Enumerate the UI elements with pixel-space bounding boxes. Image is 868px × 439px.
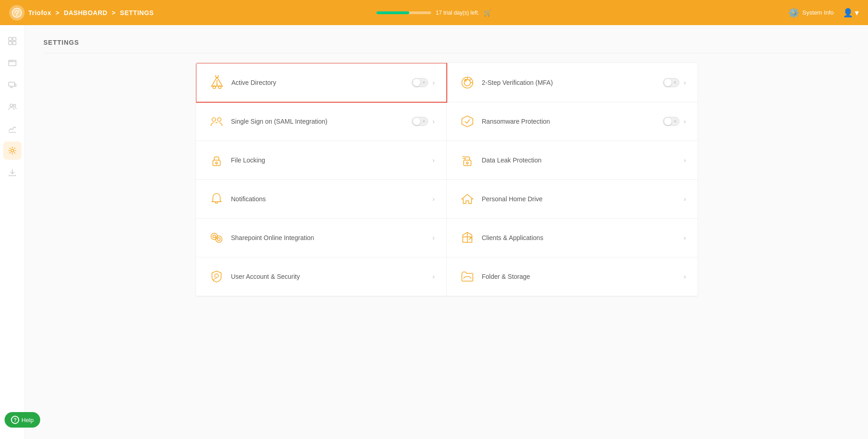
toggle-switch-active-directory[interactable]: ✕ bbox=[412, 78, 428, 87]
trial-text[interactable]: 17 trial day(s) left. bbox=[436, 10, 479, 16]
trial-progress-fill bbox=[376, 11, 409, 14]
label-folder-storage: Folder & Storage bbox=[482, 273, 684, 280]
sidebar-item-media[interactable] bbox=[3, 54, 21, 72]
icon-personal-home-drive bbox=[458, 190, 476, 208]
settings-item-personal-home-drive[interactable]: Personal Home Drive › bbox=[447, 180, 698, 219]
breadcrumb: Triofox > DASHBOARD > SETTINGS bbox=[28, 9, 154, 16]
settings-item-two-step-verification[interactable]: 2-Step Verification (MFA) ✕ › bbox=[447, 63, 698, 102]
label-two-step-verification: 2-Step Verification (MFA) bbox=[482, 79, 663, 86]
label-ransomware-protection: Ransomware Protection bbox=[482, 118, 663, 125]
sidebar-item-download[interactable] bbox=[3, 163, 21, 182]
system-info-label: System Info bbox=[802, 9, 834, 16]
settings-grid: Active Directory ✕ › 2-Step Verification… bbox=[196, 63, 698, 297]
svg-point-14 bbox=[10, 104, 13, 107]
arrow-icon-single-sign-on: › bbox=[433, 118, 435, 125]
settings-breadcrumb: SETTINGS bbox=[120, 9, 154, 16]
settings-item-user-account-security[interactable]: User Account & Security › bbox=[196, 257, 447, 296]
user-avatar-icon: 👤 bbox=[843, 8, 853, 18]
toggle-switch-two-step-verification[interactable]: ✕ bbox=[663, 78, 679, 87]
svg-point-32 bbox=[466, 162, 468, 164]
arrow-icon-folder-storage: › bbox=[684, 273, 686, 280]
label-file-locking: File Locking bbox=[231, 157, 433, 164]
icon-sharepoint-online bbox=[207, 229, 226, 247]
brand-name: Triofox bbox=[28, 9, 51, 16]
arrow-icon-ransomware-protection: › bbox=[684, 118, 686, 125]
header-left: Triofox > DASHBOARD > SETTINGS bbox=[9, 5, 154, 21]
settings-item-sharepoint-online[interactable]: Sharepoint Online Integration › bbox=[196, 219, 447, 257]
help-label: Help bbox=[21, 417, 34, 423]
label-user-account-security: User Account & Security bbox=[231, 273, 433, 280]
help-button[interactable]: ? Help bbox=[5, 412, 40, 428]
system-info[interactable]: ⚙️ System Info bbox=[788, 7, 834, 18]
svg-rect-13 bbox=[15, 84, 16, 86]
svg-rect-2 bbox=[9, 37, 12, 41]
icon-ransomware-protection bbox=[458, 112, 476, 131]
settings-item-single-sign-on[interactable]: Single Sign on (SAML Integration) ✕ › bbox=[196, 102, 447, 141]
sidebar bbox=[0, 25, 25, 439]
svg-point-22 bbox=[216, 75, 218, 78]
arrow-icon-file-locking: › bbox=[433, 157, 435, 164]
page-title: SETTINGS bbox=[43, 39, 850, 53]
svg-point-27 bbox=[217, 118, 221, 121]
sep1: > bbox=[56, 9, 60, 16]
toggle-single-sign-on[interactable]: ✕ bbox=[412, 117, 428, 126]
sidebar-item-devices[interactable] bbox=[3, 76, 21, 94]
logo bbox=[9, 5, 25, 21]
icon-folder-storage bbox=[458, 267, 476, 286]
svg-rect-35 bbox=[216, 236, 222, 242]
sidebar-item-dashboard[interactable] bbox=[3, 32, 21, 50]
icon-clients-applications bbox=[458, 229, 476, 247]
toggle-ransomware-protection[interactable]: ✕ bbox=[663, 117, 679, 126]
sidebar-item-reports[interactable] bbox=[3, 120, 21, 138]
dashboard-link[interactable]: DASHBOARD bbox=[64, 9, 108, 16]
icon-active-directory bbox=[208, 73, 226, 92]
icon-two-step-verification bbox=[458, 73, 476, 92]
svg-point-15 bbox=[14, 105, 16, 107]
sep2: > bbox=[112, 9, 116, 16]
svg-rect-31 bbox=[464, 160, 471, 166]
main-content: SETTINGS Active Directory ✕ › 2- bbox=[25, 25, 868, 439]
toggle-active-directory[interactable]: ✕ bbox=[412, 78, 428, 87]
svg-rect-3 bbox=[13, 37, 16, 41]
svg-point-26 bbox=[212, 118, 216, 121]
label-single-sign-on: Single Sign on (SAML Integration) bbox=[231, 118, 412, 125]
help-icon: ? bbox=[11, 416, 19, 424]
arrow-icon-active-directory: › bbox=[433, 79, 435, 86]
label-notifications: Notifications bbox=[231, 195, 433, 203]
icon-user-account-security bbox=[207, 267, 226, 286]
toggle-switch-single-sign-on[interactable]: ✕ bbox=[412, 117, 428, 126]
arrow-icon-personal-home-drive: › bbox=[684, 195, 686, 203]
label-clients-applications: Clients & Applications bbox=[482, 234, 684, 241]
settings-item-notifications[interactable]: Notifications › bbox=[196, 180, 447, 219]
settings-item-folder-storage[interactable]: Folder & Storage › bbox=[447, 257, 698, 296]
user-menu[interactable]: 👤 ▾ bbox=[843, 8, 859, 18]
svg-rect-5 bbox=[13, 42, 16, 45]
toggle-two-step-verification[interactable]: ✕ bbox=[663, 78, 679, 87]
user-menu-chevron: ▾ bbox=[855, 8, 859, 18]
svg-rect-10 bbox=[9, 82, 15, 86]
svg-point-36 bbox=[213, 235, 216, 238]
sidebar-item-settings[interactable] bbox=[3, 141, 21, 160]
sidebar-item-users[interactable] bbox=[3, 98, 21, 116]
settings-item-file-locking[interactable]: File Locking › bbox=[196, 141, 447, 180]
label-data-leak-protection: Data Leak Protection bbox=[482, 157, 684, 164]
arrow-icon-two-step-verification: › bbox=[684, 79, 686, 86]
cart-icon[interactable]: 🛒 bbox=[484, 9, 492, 16]
icon-file-locking bbox=[207, 151, 226, 169]
settings-item-data-leak-protection[interactable]: Data Leak Protection › bbox=[447, 141, 698, 180]
header: Triofox > DASHBOARD > SETTINGS 17 trial … bbox=[0, 0, 868, 25]
icon-data-leak-protection bbox=[458, 151, 476, 169]
svg-point-37 bbox=[217, 238, 220, 240]
toggle-switch-ransomware-protection[interactable]: ✕ bbox=[663, 117, 679, 126]
trial-progress-bar bbox=[376, 11, 431, 14]
svg-point-1 bbox=[16, 15, 17, 16]
settings-item-active-directory[interactable]: Active Directory ✕ › bbox=[196, 63, 447, 103]
settings-item-ransomware-protection[interactable]: Ransomware Protection ✕ › bbox=[447, 102, 698, 141]
icon-notifications bbox=[207, 190, 226, 208]
system-info-gear-icon: ⚙️ bbox=[788, 7, 799, 18]
settings-item-clients-applications[interactable]: Clients & Applications › bbox=[447, 219, 698, 257]
svg-rect-34 bbox=[211, 233, 217, 240]
arrow-icon-notifications: › bbox=[433, 195, 435, 203]
svg-rect-28 bbox=[213, 160, 220, 166]
svg-point-40 bbox=[215, 274, 218, 277]
